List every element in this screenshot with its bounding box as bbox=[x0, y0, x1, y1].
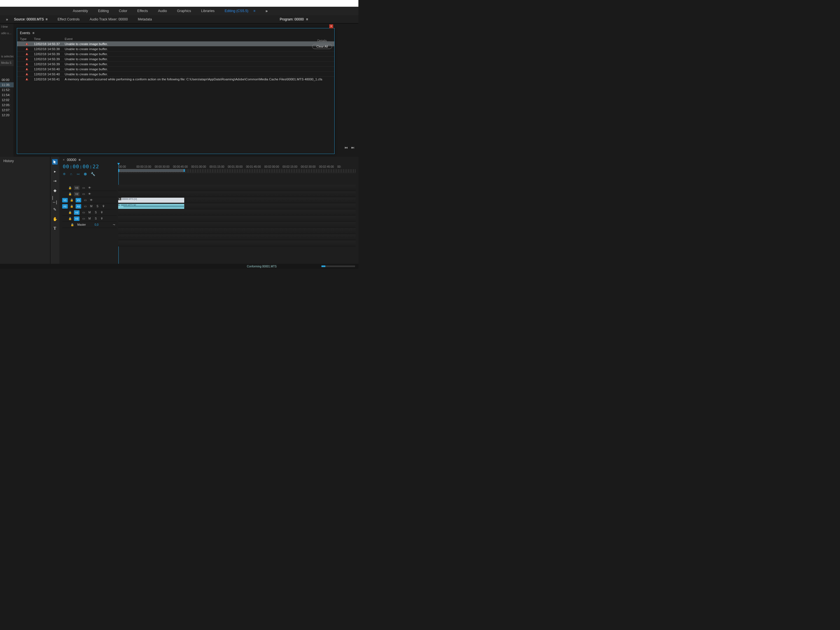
rail-label-media[interactable]: Media S bbox=[0, 60, 14, 66]
razor-tool[interactable]: ◆ bbox=[52, 188, 58, 193]
tab-source-monitor[interactable]: Source: 00000.MTS ≡ bbox=[14, 17, 47, 21]
bin-time-item[interactable]: 12:02 bbox=[0, 98, 14, 103]
event-row[interactable]: 12/02/18 14:55:40Unable to create image … bbox=[17, 66, 334, 71]
toggle-output-icon[interactable]: ▭ bbox=[81, 211, 86, 214]
insert-mode-icon[interactable]: ❄ bbox=[63, 172, 66, 176]
voiceover-icon[interactable]: 🎙 bbox=[99, 217, 104, 220]
lock-icon[interactable]: 🔒 bbox=[68, 193, 72, 196]
toggle-output-icon[interactable]: ▭ bbox=[81, 217, 86, 220]
audio-clip[interactable]: fx 00000.MTS [A] bbox=[118, 204, 184, 209]
lock-icon[interactable]: 🔒 bbox=[69, 199, 74, 202]
skip-start-icon[interactable]: ⏮ bbox=[344, 145, 348, 150]
clip-lanes[interactable]: fx 00000.MTS [V] fx 00000.MTS [A] bbox=[118, 185, 355, 262]
ripple-edit-tool[interactable]: ⇥ bbox=[52, 178, 58, 184]
eye-icon[interactable]: 👁 bbox=[87, 186, 92, 189]
work-area-bar[interactable] bbox=[118, 169, 184, 172]
eye-icon[interactable]: 👁 bbox=[89, 199, 93, 202]
fx-badge[interactable]: fx bbox=[118, 204, 120, 206]
close-sequence-icon[interactable]: × bbox=[63, 158, 65, 162]
history-title[interactable]: History bbox=[0, 157, 50, 165]
track-badge[interactable]: A2 bbox=[74, 210, 79, 215]
playhead-timecode[interactable]: 00:00:00:22 bbox=[63, 164, 99, 169]
track-header-a2[interactable]: 🔒 A2 ▭ M S 🎙 bbox=[62, 210, 117, 216]
solo-button[interactable]: S bbox=[93, 211, 98, 214]
workspace-effects[interactable]: Effects bbox=[137, 9, 148, 13]
event-row[interactable]: 12/02/18 14:55:41A memory allocation occ… bbox=[17, 76, 334, 82]
lock-icon[interactable]: 🔒 bbox=[69, 205, 74, 208]
source-patch-a1[interactable]: A1 bbox=[62, 204, 68, 208]
toggle-output-icon[interactable]: ▭ bbox=[83, 199, 87, 202]
snap-icon[interactable]: ∩ bbox=[70, 172, 72, 176]
lock-icon[interactable]: 🔒 bbox=[68, 217, 72, 220]
lane-master[interactable] bbox=[118, 222, 355, 228]
mute-button[interactable]: M bbox=[87, 217, 92, 220]
bin-time-item[interactable]: 11:54: bbox=[0, 92, 14, 98]
track-header-v1[interactable]: V1 🔒 V1 ▭ 👁 bbox=[62, 197, 117, 203]
workspace-assembly[interactable]: Assembly bbox=[73, 9, 88, 13]
track-badge[interactable]: A3 bbox=[74, 216, 79, 221]
bin-time-item[interactable]: 11:52: bbox=[0, 87, 14, 92]
panel-menu-icon[interactable]: ≡ bbox=[306, 17, 308, 21]
track-header-v3[interactable]: 🔒 V3 ▭ 👁 bbox=[62, 185, 117, 191]
linked-selection-icon[interactable]: ⫘ bbox=[76, 172, 80, 176]
master-value[interactable]: 0,0 bbox=[95, 223, 99, 226]
track-header-a3[interactable]: 🔒 A3 ▭ M S 🎙 bbox=[62, 216, 117, 222]
sequence-tab[interactable]: × 00000 ≡ bbox=[63, 158, 81, 162]
close-icon[interactable]: × bbox=[329, 24, 333, 28]
bin-time-item[interactable]: 12:05: bbox=[0, 103, 14, 107]
track-header-v2[interactable]: 🔒 V2 ▭ 👁 bbox=[62, 191, 117, 197]
panel-menu-icon[interactable]: ≡ bbox=[33, 31, 35, 35]
skip-end-icon[interactable]: ⏭ bbox=[351, 145, 354, 150]
event-row[interactable]: 12/02/18 14:55:39Unable to create image … bbox=[17, 51, 334, 56]
lane-empty[interactable] bbox=[118, 234, 355, 240]
event-row[interactable]: 12/02/18 14:55:37Unable to create image … bbox=[17, 41, 334, 46]
fx-badge[interactable]: fx bbox=[118, 198, 121, 200]
marker-icon[interactable]: ⬣ bbox=[84, 172, 87, 176]
bin-time-item[interactable]: 12:07: bbox=[0, 107, 14, 112]
workspace-graphics[interactable]: Graphics bbox=[177, 9, 191, 13]
clear-all-button[interactable]: Clear All bbox=[312, 44, 332, 49]
event-row[interactable]: 12/02/18 14:55:38Unable to create image … bbox=[17, 46, 334, 51]
track-header-master[interactable]: 🔒 Master 0,0 ⤳ bbox=[62, 222, 117, 228]
panel-menu-icon[interactable]: ≡ bbox=[46, 17, 47, 21]
event-row[interactable]: 12/02/18 14:55:39Unable to create image … bbox=[17, 61, 334, 66]
type-tool[interactable]: T bbox=[52, 226, 58, 231]
tab-metadata[interactable]: Metadata bbox=[138, 17, 152, 21]
track-header-a1[interactable]: A1 🔒 A1 ▭ M S 🎙 bbox=[62, 203, 117, 210]
settings-icon[interactable]: 🔧 bbox=[91, 172, 95, 176]
lane-v1[interactable]: fx 00000.MTS [V] bbox=[118, 197, 355, 203]
hand-tool[interactable]: ✋ bbox=[52, 216, 58, 222]
bin-time-item[interactable]: 11:35: bbox=[0, 82, 14, 87]
panel-menu-icon[interactable]: ≡ bbox=[78, 158, 81, 162]
workspace-libraries[interactable]: Libraries bbox=[201, 9, 215, 13]
tab-effect-controls[interactable]: Effect Controls bbox=[58, 17, 79, 21]
track-badge[interactable]: V3 bbox=[74, 186, 79, 190]
workspace-menu-icon[interactable]: ≡ bbox=[253, 9, 255, 13]
slip-tool[interactable]: |↔| bbox=[52, 197, 58, 203]
lock-icon[interactable]: 🔒 bbox=[68, 186, 72, 189]
tab-audio-track-mixer[interactable]: Audio Track Mixer: 00000 bbox=[90, 17, 128, 21]
details-button[interactable]: Details… bbox=[315, 38, 332, 43]
toggle-output-icon[interactable]: ▭ bbox=[81, 186, 86, 189]
track-badge[interactable]: V1 bbox=[76, 198, 81, 202]
workspace-audio[interactable]: Audio bbox=[158, 9, 167, 13]
lane-v2[interactable] bbox=[118, 191, 355, 197]
lock-icon[interactable]: 🔒 bbox=[70, 223, 74, 226]
voiceover-icon[interactable]: 🎙 bbox=[99, 211, 104, 214]
workspace-editing-cs55[interactable]: Editing (CS5.5) bbox=[224, 9, 248, 13]
workspace-color[interactable]: Color bbox=[119, 9, 127, 13]
lane-v3[interactable] bbox=[118, 185, 355, 191]
toggle-output-icon[interactable]: ▭ bbox=[83, 205, 87, 208]
lane-empty[interactable] bbox=[118, 228, 355, 234]
voiceover-icon[interactable]: 🎙 bbox=[101, 205, 106, 208]
lane-a3[interactable] bbox=[118, 216, 355, 222]
eye-icon[interactable]: 👁 bbox=[87, 193, 92, 196]
lane-a2[interactable] bbox=[118, 210, 355, 216]
workspace-editing[interactable]: Editing bbox=[98, 9, 109, 13]
lock-icon[interactable]: 🔒 bbox=[68, 211, 72, 214]
toggle-output-icon[interactable]: ▭ bbox=[81, 193, 86, 196]
source-patch-v1[interactable]: V1 bbox=[62, 198, 68, 202]
track-select-tool[interactable]: ▸ bbox=[52, 169, 58, 174]
mute-button[interactable]: M bbox=[87, 211, 92, 214]
lane-a1[interactable]: fx 00000.MTS [A] bbox=[118, 203, 355, 210]
